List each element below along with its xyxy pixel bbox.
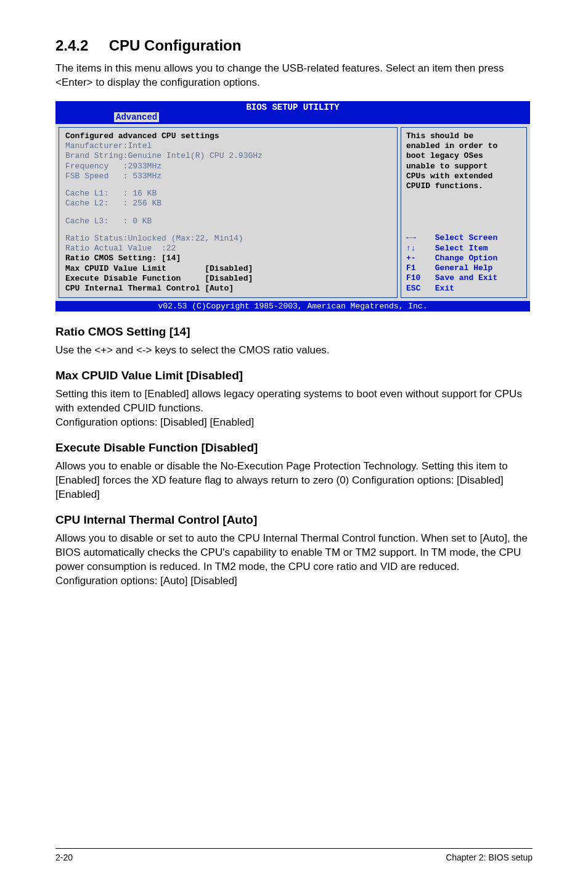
spacer xyxy=(65,226,391,234)
sub2-body: Setting this item to [Enabled] allows le… xyxy=(55,387,539,430)
sub1-heading: Ratio CMOS Setting [14] xyxy=(55,325,539,339)
sub3-body: Allows you to enable or disable the No-E… xyxy=(55,460,539,502)
bios-row-cache-l3: Cache L3: : 0 KB xyxy=(65,217,391,226)
bios-row-ratio-status: Ratio Status:Unlocked (Max:22, Min14) xyxy=(65,234,391,244)
section-intro: The items in this menu allows you to cha… xyxy=(55,62,539,90)
bios-screenshot: BIOS SETUP UTILITY Advanced Configured a… xyxy=(55,101,530,312)
sub4-body: Allows you to disable or set to auto the… xyxy=(55,532,539,588)
sub3-heading: Execute Disable Function [Disabled] xyxy=(55,441,539,455)
bios-row-execute-disable[interactable]: Execute Disable Function [Disabled] xyxy=(65,274,391,284)
bios-right-panel: This should be enabled in order to boot … xyxy=(401,127,527,299)
bios-title: BIOS SETUP UTILITY xyxy=(55,101,530,112)
bios-row-frequency: Frequency :2933MHz xyxy=(65,162,391,171)
bios-row-cache-l2: Cache L2: : 256 KB xyxy=(65,199,391,208)
spacer xyxy=(65,209,391,217)
section-number: 2.4.2 xyxy=(55,37,88,54)
bios-row-fsb: FSB Speed : 533MHz xyxy=(65,171,391,181)
bios-row-brand: Brand String:Genuine Intel(R) CPU 2.93GH… xyxy=(65,151,391,161)
section-heading: 2.4.2 CPU Configuration xyxy=(55,37,539,54)
footer-chapter: Chapter 2: BIOS setup xyxy=(446,852,533,862)
page-footer: 2-20 Chapter 2: BIOS setup xyxy=(55,848,533,862)
bios-left-panel: Configured advanced CPU settings Manufac… xyxy=(59,127,398,299)
section-title: CPU Configuration xyxy=(109,37,242,54)
bios-tab-advanced[interactable]: Advanced xyxy=(114,112,159,122)
bios-nav-keys: ←→ Select Screen ↑↓ Select Item +- Chang… xyxy=(406,233,521,294)
sub2-heading: Max CPUID Value Limit [Disabled] xyxy=(55,369,539,382)
footer-page-number: 2-20 xyxy=(55,852,73,862)
bios-tab-row: Advanced xyxy=(55,112,530,124)
bios-row-ratio-cmos[interactable]: Ratio CMOS Setting: [14] xyxy=(65,254,391,263)
spacer xyxy=(65,181,391,189)
bios-row-ratio-actual: Ratio Actual Value :22 xyxy=(65,244,391,254)
sub4-heading: CPU Internal Thermal Control [Auto] xyxy=(55,513,539,527)
bios-help-text: This should be enabled in order to boot … xyxy=(406,131,521,192)
bios-row-cache-l1: Cache L1: : 16 KB xyxy=(65,189,391,199)
sub1-body: Use the <+> and <-> keys to select the C… xyxy=(55,344,539,358)
bios-row-manufacturer: Manufacturer:Intel xyxy=(65,141,391,151)
bios-left-heading: Configured advanced CPU settings xyxy=(65,131,391,141)
bios-body: Configured advanced CPU settings Manufac… xyxy=(55,124,530,302)
bios-row-thermal[interactable]: CPU Internal Thermal Control [Auto] xyxy=(65,284,391,294)
bios-row-max-cpuid[interactable]: Max CPUID Value Limit [Disabled] xyxy=(65,264,391,274)
bios-footer: v02.53 (C)Copyright 1985-2003, American … xyxy=(55,301,530,311)
bios-header: BIOS SETUP UTILITY Advanced xyxy=(55,101,530,124)
